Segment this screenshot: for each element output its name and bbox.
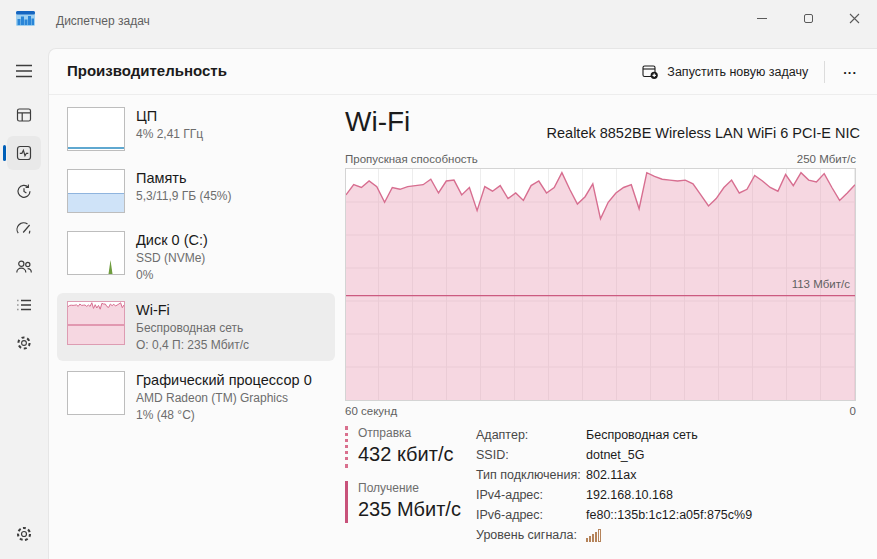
wifi-mini-chart <box>67 301 125 345</box>
adapter-name: Realtek 8852BE Wireless LAN WiFi 6 PCI-E… <box>547 125 860 141</box>
task-manager-window: { "titlebar": { "app_title": "Диспетчер … <box>0 0 877 559</box>
receive-label: Получение <box>358 481 461 496</box>
nav-item-startup-apps[interactable] <box>0 210 48 248</box>
details-list-icon <box>15 296 33 314</box>
gpu-stats: 1% (48 °C) <box>136 407 312 423</box>
gauge-icon <box>15 220 33 238</box>
sidebar-item-cpu[interactable]: ЦП 4% 2,41 ГГц <box>57 99 335 159</box>
chart-zero-label: 0 <box>850 405 856 417</box>
gpu-name: AMD Radeon (TM) Graphics <box>136 390 312 406</box>
cpu-stats: 4% 2,41 ГГц <box>136 126 203 142</box>
chart-header-row: Пропускная способность 250 Мбит/с <box>345 153 856 165</box>
nav-item-users[interactable] <box>0 248 48 286</box>
disk-activity-spike <box>108 260 113 274</box>
connection-type-value: 802.11ax <box>586 468 637 482</box>
processes-icon <box>15 106 33 124</box>
nav-item-performance[interactable] <box>0 134 48 172</box>
services-cog-icon <box>15 334 33 352</box>
wifi-chart-canvas <box>346 169 855 404</box>
chart-title: Пропускная способность <box>345 153 478 165</box>
run-new-task-icon <box>642 64 659 80</box>
send-stat: Отправка 432 кбит/с <box>345 426 461 468</box>
wifi-detail-panel: Wi-Fi Realtek 8852BE Wireless LAN WiFi 6… <box>345 99 861 559</box>
receive-value: 235 Мбит/с <box>358 496 461 523</box>
sidebar-item-memory[interactable]: Память 5,3/11,9 ГБ (45%) <box>57 161 335 221</box>
connection-details: Адаптер: Беспроводная сеть SSID: dotnet_… <box>476 428 752 548</box>
disk-mini-chart <box>67 231 125 275</box>
nav-item-settings[interactable] <box>0 515 48 553</box>
wifi-label: Wi-Fi <box>136 301 249 319</box>
nav-item-services[interactable] <box>0 324 48 362</box>
ipv4-label: IPv4-адрес: <box>476 488 586 502</box>
memory-stats: 5,3/11,9 ГБ (45%) <box>136 188 232 204</box>
minimize-icon <box>757 18 767 19</box>
maximize-icon <box>804 14 813 23</box>
history-clock-icon <box>15 182 33 200</box>
receive-stat: Получение 235 Мбит/с <box>345 481 461 523</box>
sidebar-item-wifi[interactable]: Wi-Fi Беспроводная сеть О: 0,4 П: 235 Мб… <box>57 293 335 361</box>
throughput-chart: 113 Мбит/с <box>345 168 856 401</box>
wifi-network-name: Беспроводная сеть <box>136 320 249 336</box>
chart-footer-row: 60 секунд 0 <box>345 405 856 417</box>
signal-label: Уровень сигнала: <box>476 528 586 542</box>
disk-usage: 0% <box>136 267 208 283</box>
adapter-label: Адаптер: <box>476 428 586 442</box>
more-options-button[interactable]: ... <box>831 60 869 85</box>
signal-strength-icon <box>586 529 602 542</box>
throughput-stats: Отправка 432 кбит/с Получение 235 Мбит/с <box>345 426 461 536</box>
chart-max-label: 250 Мбит/с <box>797 153 856 165</box>
sidebar-item-gpu[interactable]: Графический процессор 0 AMD Radeon (TM) … <box>57 363 335 431</box>
card-header: Производительность Запустить новую задач… <box>49 49 877 95</box>
run-new-task-label: Запустить новую задачу <box>667 65 808 79</box>
disk-label: Диск 0 (C:) <box>136 231 208 249</box>
close-button[interactable] <box>831 0 877 36</box>
sidebar-item-disk[interactable]: Диск 0 (C:) SSD (NVMe) 0% <box>57 223 335 291</box>
detail-row-signal: Уровень сигнала: <box>476 528 752 548</box>
performance-icon <box>15 144 33 162</box>
nav-item-app-history[interactable] <box>0 172 48 210</box>
page-title: Производительность <box>67 62 227 79</box>
accent-pill <box>3 145 6 161</box>
nav-item-details[interactable] <box>0 286 48 324</box>
ssid-label: SSID: <box>476 448 586 462</box>
run-new-task-button[interactable]: Запустить новую задачу <box>632 58 818 86</box>
connection-type-label: Тип подключения: <box>476 468 586 482</box>
threshold-label: 113 Мбит/с <box>792 278 850 290</box>
titlebar: Диспетчер задач <box>0 0 877 48</box>
wifi-panel-title: Wi-Fi <box>345 105 410 139</box>
disk-type: SSD (NVMe) <box>136 250 208 266</box>
send-value: 432 кбит/с <box>358 441 461 468</box>
memory-fill <box>68 193 124 212</box>
window-controls <box>739 0 877 36</box>
content-card: Производительность Запустить новую задач… <box>48 48 877 559</box>
cpu-usage-line <box>68 147 124 149</box>
ssid-value: dotnet_5G <box>586 448 644 462</box>
settings-gear-icon <box>15 525 33 543</box>
gpu-label: Графический процессор 0 <box>136 371 312 389</box>
detail-row-adapter: Адаптер: Беспроводная сеть <box>476 428 752 448</box>
nav-item-processes[interactable] <box>0 96 48 134</box>
menu-button[interactable] <box>0 55 48 87</box>
cpu-label: ЦП <box>136 107 203 125</box>
hamburger-icon <box>15 64 33 78</box>
window-title: Диспетчер задач <box>56 14 150 28</box>
minimize-button[interactable] <box>739 0 785 36</box>
performance-sidebar: ЦП 4% 2,41 ГГц Память 5,3/11,9 ГБ (45%) … <box>57 99 335 433</box>
send-label: Отправка <box>358 426 461 441</box>
ipv6-label: IPv6-адрес: <box>476 508 586 522</box>
ipv6-value: fe80::135b:1c12:a05f:875c%9 <box>586 508 752 522</box>
users-icon <box>15 258 33 276</box>
cpu-mini-chart <box>67 107 125 151</box>
signal-value <box>586 528 602 545</box>
gpu-mini-chart <box>67 371 125 415</box>
memory-label: Память <box>136 169 232 187</box>
header-actions: Запустить новую задачу ... <box>632 49 869 95</box>
chart-time-window-label: 60 секунд <box>345 405 397 417</box>
detail-row-ipv4: IPv4-адрес: 192.168.10.168 <box>476 488 752 508</box>
maximize-button[interactable] <box>785 0 831 36</box>
memory-mini-chart <box>67 169 125 213</box>
adapter-value: Беспроводная сеть <box>586 428 698 442</box>
header-divider <box>824 61 825 83</box>
ipv4-value: 192.168.10.168 <box>586 488 673 502</box>
nav-rail <box>0 48 48 559</box>
